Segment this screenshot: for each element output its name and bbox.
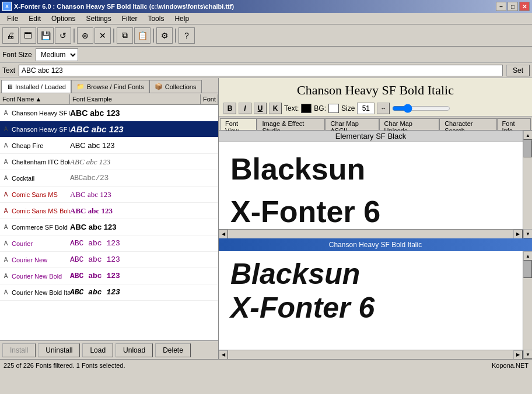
brand-label: Kopona.NET <box>492 362 528 369</box>
bottom-h-scrollbar[interactable]: ◀ ▶ <box>219 350 523 359</box>
tab-installed[interactable]: 🖥 Installed / Loaded <box>1 80 71 93</box>
font-name-label: Courier New Bold <box>12 273 70 280</box>
font-icon: A <box>1 174 10 183</box>
table-row[interactable]: A Chanson Heavy SF Bol... ABC abc 123 <box>0 121 218 138</box>
collections-tab-icon: 📦 <box>155 83 163 90</box>
font-example-preview: ABC abc 123 <box>70 239 201 248</box>
maximize-button[interactable]: □ <box>508 2 518 11</box>
table-row[interactable]: A Comic Sans MS ABC abc 123 <box>0 187 218 203</box>
close-button[interactable]: ✕ <box>519 2 530 11</box>
scroll-left-arrow[interactable]: ◀ <box>219 230 228 239</box>
top-h-scrollbar[interactable]: ◀ ▶ <box>219 229 523 238</box>
help-button[interactable]: ? <box>178 27 195 44</box>
tab-char-unicode[interactable]: Char Map Unicode <box>379 118 440 130</box>
font-name-label: Commerce SF Bold <box>12 224 70 231</box>
text-color-box[interactable] <box>301 104 312 113</box>
col-font-example[interactable]: Font Example <box>70 94 201 104</box>
tab-collections[interactable]: 📦 Collections <box>149 80 202 93</box>
menu-settings[interactable]: Settings <box>81 13 116 24</box>
tab-char-ascii[interactable]: Char Map ASCII <box>325 118 379 130</box>
italic-button[interactable]: I <box>239 103 251 114</box>
scroll-right-arrow-b[interactable]: ▶ <box>513 350 523 360</box>
strikethrough-button[interactable]: K <box>269 103 282 114</box>
tab-browse[interactable]: 📁 Browse / Find Fonts <box>71 80 149 93</box>
top-preview-container: Elementary SF Black Blacksun X-Fonter 6 … <box>219 131 532 238</box>
font-example-preview: ABC abc 123 <box>70 272 201 280</box>
bold-button[interactable]: B <box>223 103 236 114</box>
set-button[interactable]: Set <box>506 65 530 76</box>
font-example-preview: ABC abc 123 <box>70 223 201 231</box>
font-name-label: Comic Sans MS Bold <box>12 207 70 214</box>
scroll-left-arrow-b[interactable]: ◀ <box>219 350 228 360</box>
col-font-name[interactable]: Font Name ▲ <box>0 94 70 104</box>
right-panel: Chanson Heavy SF Bold Italic B I U K Tex… <box>219 78 532 359</box>
font-example-preview: ABC abc 123 <box>70 206 201 216</box>
text-input-bar: Text Set <box>0 63 532 78</box>
menu-file[interactable]: File <box>2 13 23 24</box>
table-row[interactable]: A Chanson Heavy SF Bold ABC abc 123 <box>0 105 218 121</box>
scroll-thumb-b[interactable] <box>523 261 532 278</box>
install-button[interactable]: Install <box>2 343 36 357</box>
top-v-scrollbar[interactable]: ▲ ▼ <box>523 131 532 238</box>
separator4 <box>175 29 176 43</box>
paste-button[interactable]: 📋 <box>134 27 150 44</box>
browse-tab-icon: 📁 <box>76 83 85 90</box>
table-row[interactable]: A Courier New Bold Italic ABC abc 123 <box>0 284 218 301</box>
menu-options[interactable]: Options <box>47 13 80 24</box>
top-preview-content: Blacksun X-Fonter 6 <box>219 142 523 229</box>
window-controls: – □ ✕ <box>496 2 530 11</box>
size-slider[interactable] <box>392 104 450 113</box>
underline-button[interactable]: U <box>254 103 267 114</box>
table-row[interactable]: A Cocktail ABCabc/23 <box>0 170 218 187</box>
font-example-preview: ABC abc 123 <box>70 124 201 134</box>
menu-help[interactable]: Help <box>170 13 194 24</box>
refresh-button[interactable]: ↺ <box>55 27 71 44</box>
scroll-down-arrow-b[interactable]: ▼ <box>523 350 532 359</box>
table-row[interactable]: A Courier New ABC abc 123 <box>0 252 218 268</box>
copy-button[interactable]: ⧉ <box>117 27 133 44</box>
unload-button[interactable]: Unload <box>116 343 153 357</box>
left-panel: 🖥 Installed / Loaded 📁 Browse / Find Fon… <box>0 78 219 359</box>
table-row[interactable]: A Courier New Bold ABC abc 123 <box>0 268 218 284</box>
window-button[interactable]: 🗔 <box>20 27 36 44</box>
tab-font-view[interactable]: Font View <box>220 118 257 130</box>
print-button[interactable]: 🖨 <box>2 27 19 44</box>
filter-button[interactable]: ⊛ <box>77 27 93 44</box>
scroll-thumb[interactable] <box>523 140 532 157</box>
menu-tools[interactable]: Tools <box>143 13 169 24</box>
scroll-up-arrow[interactable]: ▲ <box>523 131 532 140</box>
tab-char-search[interactable]: Character Search <box>439 118 496 130</box>
menu-edit[interactable]: Edit <box>24 13 46 24</box>
table-row[interactable]: A Commerce SF Bold ABC abc 123 <box>0 219 218 235</box>
table-row[interactable]: A Courier ABC abc 123 <box>0 235 218 252</box>
scroll-down-arrow[interactable]: ▼ <box>523 229 532 238</box>
minimize-button[interactable]: – <box>496 2 506 11</box>
delete-button[interactable]: Delete <box>155 343 191 357</box>
load-button[interactable]: Load <box>82 343 113 357</box>
tab-font-info[interactable]: Font Info <box>497 118 531 130</box>
table-row[interactable]: A Comic Sans MS Bold ABC abc 123 <box>0 203 218 219</box>
text-input[interactable] <box>19 65 503 76</box>
bottom-v-scrollbar[interactable]: ▲ ▼ <box>523 251 532 359</box>
table-row[interactable]: A Cheltenham ITC Bold It... ABC abc 123 <box>0 154 218 170</box>
font-size-select[interactable]: Medium Small Large <box>36 48 78 61</box>
menu-filter[interactable]: Filter <box>117 13 142 24</box>
col-font-extra[interactable]: Font <box>201 94 218 104</box>
scroll-up-arrow-b[interactable]: ▲ <box>523 251 532 261</box>
settings-button[interactable]: ⚙ <box>156 27 173 44</box>
bg-color-box[interactable] <box>328 104 339 113</box>
table-row[interactable]: A Cheap Fire ABC abc 123 <box>0 138 218 154</box>
size-input[interactable] <box>357 103 374 114</box>
toolbar: 🖨 🗔 💾 ↺ ⊛ ✕ ⧉ 📋 ⚙ ? <box>0 24 532 47</box>
save-button[interactable]: 💾 <box>37 27 54 44</box>
scroll-right-arrow-h[interactable]: ▶ <box>513 230 523 239</box>
font-list[interactable]: A Chanson Heavy SF Bold ABC abc 123 A Ch… <box>0 105 218 340</box>
title-bar: X X-Fonter 6.0 : Chanson Heavy SF Bold I… <box>0 0 532 13</box>
size-reset-button[interactable]: ↔ <box>377 103 390 114</box>
view-tabs: Font View Image & Effect Studio Char Map… <box>219 117 532 131</box>
installed-tab-label: Installed / Loaded <box>15 83 66 90</box>
uninstall-button[interactable]: Uninstall <box>38 343 80 357</box>
tab-image-effect[interactable]: Image & Effect Studio <box>257 118 325 130</box>
size-label: Size <box>341 104 355 112</box>
clear-filter-button[interactable]: ✕ <box>94 27 111 44</box>
